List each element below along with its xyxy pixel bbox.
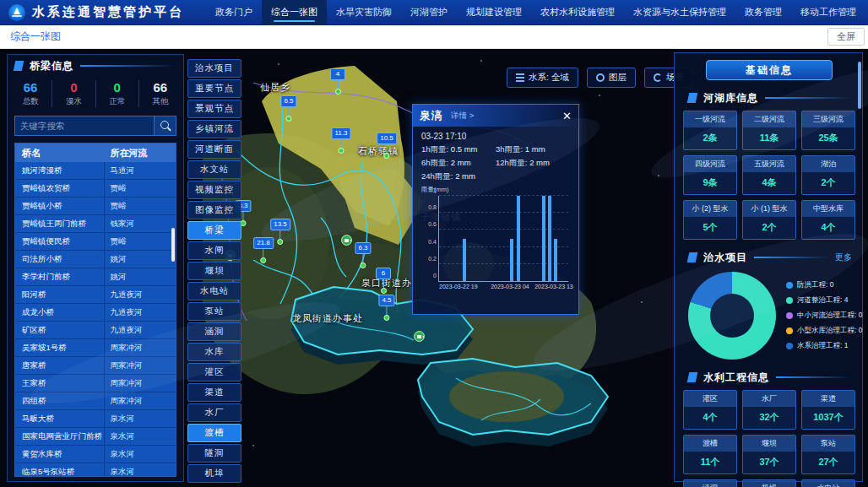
rain-stat: 12h雨量: 2 mm xyxy=(496,158,570,169)
nav-item-6[interactable]: 水资源与水土保持管理 xyxy=(624,0,735,24)
map-marker[interactable]: 4.5 xyxy=(378,290,394,321)
map-marker[interactable]: 6.5 xyxy=(280,91,296,122)
marker-stem xyxy=(279,230,280,239)
table-row[interactable]: 贾峪镇王两门前桥钱家河 xyxy=(15,215,176,233)
layer-item-重要节点[interactable]: 重要节点 xyxy=(187,79,241,98)
table-row[interactable]: 临泉5号泵站桥泉水河 xyxy=(15,463,176,477)
stat-value: 0 xyxy=(52,80,95,95)
nav-item-0[interactable]: 政务门户 xyxy=(206,0,262,24)
bridge-name-cell: 马畈大桥 xyxy=(15,410,105,427)
bridge-name-cell: 阳河桥 xyxy=(15,286,105,303)
table-row[interactable]: 王家桥周家冲河 xyxy=(15,375,176,392)
layer-item-水电站[interactable]: 水电站 xyxy=(187,282,241,300)
table-row[interactable]: 唐家桥周家冲河 xyxy=(15,357,176,375)
table-row[interactable]: 贾峪镇便民桥贾峪 xyxy=(15,233,176,251)
layer-item-乡镇河流[interactable]: 乡镇河流 xyxy=(187,120,241,138)
main-nav: 政务门户综合一张图水旱灾害防御河湖管护规划建设管理农村水利设施管理水资源与水土保… xyxy=(206,0,868,24)
river-name-cell: 九道夜河 xyxy=(105,289,176,300)
search-icon[interactable] xyxy=(154,116,176,135)
camera-icon[interactable] xyxy=(414,331,425,342)
breadcrumb[interactable]: 综合一张图 xyxy=(10,30,61,44)
section-corner-icon xyxy=(687,252,698,262)
layer-item-渡槽[interactable]: 渡槽 xyxy=(187,424,241,442)
search-input[interactable] xyxy=(15,116,154,135)
layer-item-治水项目[interactable]: 治水项目 xyxy=(187,59,241,78)
legend-row: 中小河流治理工程: 0 xyxy=(786,311,862,321)
layer-item-涵洞[interactable]: 涵洞 xyxy=(187,322,241,341)
cell-value: 4条 xyxy=(743,172,795,194)
popup-detail-link[interactable]: 详情 > xyxy=(451,111,474,122)
base-info-button[interactable]: 基础信息 xyxy=(706,60,833,80)
river-name-cell: 贾峪 xyxy=(105,183,176,194)
cell-label: 四级河流 xyxy=(684,156,736,172)
nav-item-2[interactable]: 水旱灾害防御 xyxy=(327,0,401,24)
layer-item-水文站[interactable]: 水文站 xyxy=(187,160,241,179)
layer-item-泵站[interactable]: 泵站 xyxy=(187,302,241,321)
table-row[interactable]: 吴家坡1号桥周家冲河 xyxy=(15,339,176,357)
nav-item-3[interactable]: 河湖管护 xyxy=(401,0,457,24)
map-marker[interactable]: 6 xyxy=(376,263,391,294)
bridge-name-cell: 黄贺水库桥 xyxy=(15,446,105,463)
rain-stat: 1h雨量: 0.5 mm xyxy=(421,144,496,155)
rain-chart-plot: 00.20.40.60.812023-03-22 192023-03-23 04… xyxy=(438,196,568,282)
stat-cell-涵洞: 涵洞47个 xyxy=(683,479,737,487)
cell-label: 灌区 xyxy=(684,391,736,407)
bridge-stat-总数: 66总数 xyxy=(9,80,52,107)
layer-item-灌区[interactable]: 灌区 xyxy=(187,363,241,381)
bridge-name-cell: 临泉5号泵站桥 xyxy=(15,463,105,477)
map-control-水系: 全域[interactable]: 水系: 全域 xyxy=(507,68,578,88)
table-row[interactable]: 阳河桥九道夜河 xyxy=(15,286,176,304)
layer-item-水厂[interactable]: 水厂 xyxy=(187,403,241,422)
close-icon[interactable]: ✕ xyxy=(562,111,572,122)
nav-item-1[interactable]: 综合一张图 xyxy=(262,0,327,24)
cell-value: 5个 xyxy=(684,217,736,239)
layer-item-图像监控[interactable]: 图像监控 xyxy=(187,201,241,219)
camera-icon[interactable] xyxy=(341,235,352,246)
table-row[interactable]: 矿区桥九道夜河 xyxy=(15,322,176,339)
nav-item-8[interactable]: 移动工作管理 xyxy=(791,0,865,24)
table-scrollbar[interactable] xyxy=(171,228,175,262)
table-row[interactable]: 李学村门前桥姚河 xyxy=(15,268,176,286)
layer-item-堰坝[interactable]: 堰坝 xyxy=(187,262,241,280)
map-control-图层[interactable]: 图层 xyxy=(587,68,636,88)
nav-item-5[interactable]: 农村水利设施管理 xyxy=(531,0,624,24)
table-row[interactable]: 成龙小桥九道夜河 xyxy=(15,304,176,322)
map-marker[interactable]: 11.3 xyxy=(332,123,351,154)
popup-title: 泉滈 xyxy=(420,109,442,123)
map-marker[interactable]: 10.5 xyxy=(377,128,397,159)
table-row[interactable]: 司法所小桥姚河 xyxy=(15,251,176,268)
table-row[interactable]: 国家电网营业厅门前桥泉水河 xyxy=(15,428,176,446)
layer-item-机埠[interactable]: 机埠 xyxy=(187,464,241,483)
layer-item-河道断面[interactable]: 河道断面 xyxy=(187,140,241,159)
marker-stem xyxy=(387,306,388,315)
y-tick: 0 xyxy=(433,273,439,279)
map-marker[interactable]: 21.8 xyxy=(253,233,274,263)
layer-item-渠道[interactable]: 渠道 xyxy=(187,383,241,402)
table-row[interactable]: 姚河湾漫桥马道河 xyxy=(15,162,176,180)
stat-cell-中型水库: 中型水库4个 xyxy=(801,200,855,240)
bridge-name-cell: 李学村门前桥 xyxy=(15,268,105,285)
layer-item-桥梁[interactable]: 桥梁 xyxy=(187,221,241,240)
more-link[interactable]: 更多 xyxy=(835,252,852,263)
map-marker[interactable]: 4 xyxy=(330,64,345,95)
nav-item-7[interactable]: 政务管理 xyxy=(735,0,791,24)
table-row[interactable]: 马畈大桥泉水河 xyxy=(15,410,176,428)
layer-item-水库[interactable]: 水库 xyxy=(187,343,241,361)
table-row[interactable]: 贾峪镇小桥贾峪 xyxy=(15,198,176,215)
fullscreen-button[interactable]: 全屏 xyxy=(827,28,865,46)
table-row[interactable]: 贾峪镇农贸桥贾峪 xyxy=(15,180,176,198)
right-panel-scrollbar[interactable] xyxy=(858,62,861,109)
legend-dot xyxy=(786,312,793,319)
table-row[interactable]: 黄贺水库桥泉水河 xyxy=(15,446,176,463)
nav-item-4[interactable]: 规划建设管理 xyxy=(457,0,531,24)
map-marker[interactable]: 6.3 xyxy=(355,238,371,268)
layer-item-视频监控[interactable]: 视频监控 xyxy=(187,181,241,199)
rain-bar xyxy=(554,239,557,282)
layer-item-景观节点[interactable]: 景观节点 xyxy=(187,100,241,118)
bridge-table: 桥名 所在河流 姚河湾漫桥马道河贾峪镇农贸桥贾峪贾峪镇小桥贾峪贾峪镇王两门前桥钱… xyxy=(14,143,176,477)
layer-item-水闸[interactable]: 水闸 xyxy=(187,241,241,260)
stat-cell-三级河流: 三级河流25条 xyxy=(801,111,855,150)
layer-item-隧洞[interactable]: 隧洞 xyxy=(187,444,241,463)
table-row[interactable]: 四组桥周家冲河 xyxy=(15,392,176,410)
river-name-cell: 周家冲河 xyxy=(105,343,176,354)
